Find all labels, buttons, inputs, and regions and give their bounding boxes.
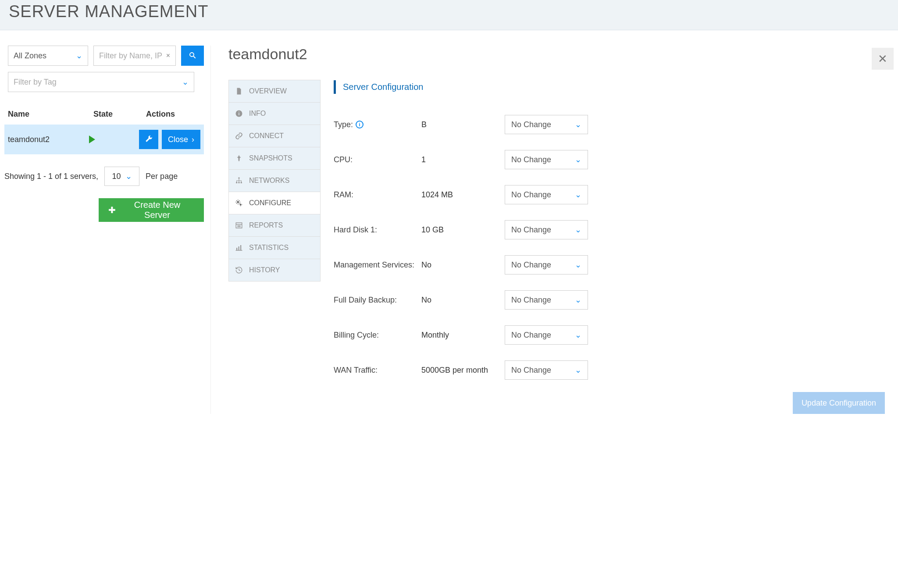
config-row: Full Daily Backup:NoNo Change⌄ [334,282,885,317]
col-header-name: Name [8,110,93,119]
svg-rect-5 [239,178,240,179]
config-select[interactable]: No Change⌄ [505,220,588,239]
config-value: No [421,296,505,305]
config-select[interactable]: No Change⌄ [505,185,588,204]
config-label: CPU: [334,155,421,164]
gears-icon [235,199,243,207]
nav-item-statistics[interactable]: STATISTICS [228,236,321,259]
config-value: 1 [421,155,505,164]
svg-line-1 [193,56,196,58]
close-panel-button[interactable]: ✕ [872,48,894,70]
nav-item-snapshots[interactable]: SNAPSHOTS [228,147,321,170]
report-icon [235,221,243,229]
config-row: Billing Cycle:MonthlyNo Change⌄ [334,317,885,353]
bars-icon [235,244,243,252]
config-value: 5000GB per month [421,366,505,375]
nav-item-label: OVERVIEW [249,87,287,95]
config-select[interactable]: No Change⌄ [505,290,588,310]
nav-item-networks[interactable]: NETWORKS [228,169,321,192]
clear-icon[interactable]: × [166,52,170,60]
chevron-down-icon: ⌄ [575,295,581,305]
config-select[interactable]: No Change⌄ [505,150,588,169]
svg-rect-16 [239,246,239,250]
nav-item-label: STATISTICS [249,244,289,252]
config-row: CPU:1No Change⌄ [334,142,885,177]
nav-item-label: INFO [249,110,266,118]
zone-select[interactable]: All Zones ⌄ [8,46,88,66]
configure-button[interactable] [139,130,158,149]
config-row: RAM:1024 MBNo Change⌄ [334,177,885,212]
nav-item-label: CONNECT [249,132,284,140]
detail-server-name: teamdonut2 [228,46,885,63]
close-button[interactable]: Close › [162,130,200,149]
servers-table: Name State Actions teamdonut2 Close [4,104,204,154]
svg-point-0 [190,53,194,57]
file-icon [235,87,243,95]
zone-selected-label: All Zones [14,51,46,61]
nav-item-configure[interactable]: CONFIGURE [228,192,321,214]
config-select-value: No Change [511,190,551,200]
per-page-select[interactable]: 10 ⌄ [104,167,139,186]
config-row: WAN Traffic:5000GB per monthNo Change⌄ [334,353,885,388]
filter-name-placeholder: Filter by Name, IP [99,51,162,61]
chevron-down-icon: ⌄ [575,260,581,270]
nav-item-label: SNAPSHOTS [249,154,292,162]
create-server-button[interactable]: ✚ Create New Server [99,198,204,222]
chevron-down-icon: ⌄ [575,190,581,200]
panel-heading: Server Configuration [334,80,885,94]
svg-rect-17 [240,245,241,250]
filter-tag-placeholder: Filter by Tag [14,78,57,87]
config-row: Type:iBNo Change⌄ [334,107,885,142]
nav-item-label: NETWORKS [249,177,289,185]
chevron-down-icon: ⌄ [76,51,82,61]
config-select[interactable]: No Change⌄ [505,255,588,274]
config-select[interactable]: No Change⌄ [505,360,588,380]
wrench-icon [145,135,153,144]
detail-nav: OVERVIEWINFOCONNECTSNAPSHOTSNETWORKSCONF… [228,80,321,414]
config-select-value: No Change [511,366,551,375]
filter-tag-select[interactable]: Filter by Tag ⌄ [8,72,194,92]
config-select-value: No Change [511,260,551,270]
chevron-right-icon: › [192,135,194,144]
page-title: SERVER MANAGEMENT [9,2,889,21]
info-icon[interactable]: i [356,121,363,128]
search-button[interactable] [181,46,204,66]
pin-icon [235,154,243,162]
col-header-actions: Actions [146,110,200,119]
config-label: Full Daily Backup: [334,296,421,305]
create-server-label: Create New Server [120,200,194,220]
svg-rect-6 [236,182,237,183]
per-page-label: Per page [146,172,178,181]
update-configuration-button[interactable]: Update Configuration [793,392,885,414]
config-value: 1024 MB [421,190,505,200]
chevron-down-icon: ⌄ [125,171,132,181]
nav-item-reports[interactable]: REPORTS [228,214,321,237]
chevron-down-icon: ⌄ [575,225,581,235]
server-name-cell: teamdonut2 [8,135,89,144]
filter-name-input[interactable]: Filter by Name, IP × [93,46,176,66]
config-row: Management Services:NoNo Change⌄ [334,247,885,282]
nav-item-history[interactable]: HISTORY [228,259,321,282]
nav-item-info[interactable]: INFO [228,102,321,125]
config-label: RAM: [334,190,421,200]
table-row[interactable]: teamdonut2 Close › [4,125,204,154]
nav-item-label: CONFIGURE [249,199,291,207]
nav-item-connect[interactable]: CONNECT [228,125,321,147]
svg-rect-7 [239,182,240,183]
config-value: 10 GB [421,225,505,235]
per-page-value: 10 [112,172,121,181]
search-icon [189,51,196,61]
nav-item-overview[interactable]: OVERVIEW [228,80,321,103]
config-select[interactable]: No Change⌄ [505,115,588,134]
showing-text: Showing 1 - 1 of 1 servers, [4,172,98,181]
nav-item-label: HISTORY [249,266,280,274]
config-label: Management Services: [334,260,421,270]
config-select-value: No Change [511,155,551,164]
config-value: No [421,260,505,270]
chevron-down-icon: ⌄ [182,77,189,87]
close-button-label: Close [168,135,188,144]
config-label: Hard Disk 1: [334,225,421,235]
nav-item-label: REPORTS [249,221,283,229]
config-select-value: No Change [511,296,551,305]
config-select[interactable]: No Change⌄ [505,325,588,345]
